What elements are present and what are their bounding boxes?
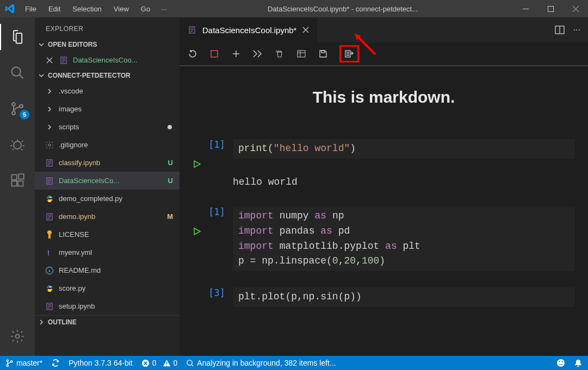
add-cell-icon[interactable] xyxy=(231,48,242,59)
analyzing-status[interactable]: Analyzing in background, 382 items left.… xyxy=(186,359,336,367)
editor-area: DataScienceIsCool.ipynb* ··· This is mar… xyxy=(180,17,588,356)
svg-rect-23 xyxy=(298,51,305,57)
file-item[interactable]: score.py xyxy=(35,279,180,297)
outline-section[interactable]: OUTLINE xyxy=(35,315,180,329)
file-name: setup.ipynb xyxy=(59,302,95,310)
file-icon xyxy=(45,212,54,222)
file-item[interactable]: LICENSE xyxy=(35,225,180,243)
file-name: DataScienceIsCo... xyxy=(59,177,119,185)
svg-point-28 xyxy=(11,361,13,362)
activity-extensions-icon[interactable] xyxy=(0,167,35,193)
folder-item[interactable]: images xyxy=(35,100,180,118)
svg-point-6 xyxy=(14,141,21,149)
svg-rect-1 xyxy=(548,6,553,11)
svg-point-31 xyxy=(557,359,565,367)
scm-badge: 5 xyxy=(20,110,29,120)
split-editor-icon[interactable] xyxy=(555,25,565,35)
save-icon[interactable] xyxy=(318,48,329,59)
code-input[interactable]: import numpy as npimport pandas as pdimp… xyxy=(233,206,575,272)
run-all-icon[interactable] xyxy=(252,48,263,59)
file-name: score.py xyxy=(59,284,85,292)
git-status: U xyxy=(168,159,173,167)
file-icon xyxy=(45,194,54,204)
file-item[interactable]: README.md xyxy=(35,261,180,279)
file-item[interactable]: demo_completed.py xyxy=(35,190,180,208)
file-icon xyxy=(45,176,54,186)
minimize-button[interactable] xyxy=(513,0,538,17)
exec-count: [3] xyxy=(193,287,225,298)
file-item[interactable]: demo.ipynbM xyxy=(35,208,180,225)
file-item[interactable]: classify.ipynbU xyxy=(35,154,180,172)
close-icon[interactable] xyxy=(45,55,54,65)
variables-icon[interactable] xyxy=(296,48,307,59)
folder-name: images xyxy=(59,105,82,113)
activity-explorer-icon[interactable] xyxy=(0,24,35,50)
svg-point-27 xyxy=(7,365,8,366)
close-button[interactable] xyxy=(563,0,588,17)
file-name: classify.ipynb xyxy=(59,159,100,167)
code-input[interactable]: print("hello world") xyxy=(233,139,575,159)
open-editors-section[interactable]: OPEN EDITORS xyxy=(35,38,180,51)
file-name: README.md xyxy=(59,266,101,274)
git-status: M xyxy=(167,212,173,221)
sidebar-title: EXPLORER xyxy=(35,17,180,38)
activity-settings-icon[interactable] xyxy=(0,323,35,349)
sync-icon[interactable] xyxy=(51,359,60,367)
markdown-cell[interactable]: This is markdown. xyxy=(180,88,588,106)
folder-item[interactable]: scripts xyxy=(35,118,180,136)
branch-name: master* xyxy=(16,359,42,367)
more-actions-icon[interactable]: ··· xyxy=(573,25,580,35)
file-icon xyxy=(45,158,54,168)
notebook-content[interactable]: This is markdown. [1]print("hello world"… xyxy=(180,66,588,356)
svg-point-5 xyxy=(20,104,23,108)
svg-point-4 xyxy=(12,111,15,115)
code-cell[interactable]: [3]plt.plot(p,np.sin(p)) xyxy=(180,287,588,323)
interrupt-kernel-icon[interactable] xyxy=(209,48,220,59)
python-env[interactable]: Python 3.7.3 64-bit xyxy=(69,359,133,367)
file-item[interactable]: .gitignore xyxy=(35,136,180,154)
code-cell[interactable]: [1]print("hello world")hello world xyxy=(180,139,588,206)
menu-selection[interactable]: Selection xyxy=(67,3,107,15)
tab-close-icon[interactable] xyxy=(302,26,310,34)
code-input[interactable]: plt.plot(p,np.sin(p)) xyxy=(233,287,575,307)
menu-file[interactable]: File xyxy=(20,3,42,15)
file-item[interactable]: DataScienceIsCo...U xyxy=(35,172,180,190)
file-item[interactable]: !myenv.yml xyxy=(35,243,180,261)
file-item[interactable]: setup.ipynb xyxy=(35,297,180,315)
file-icon xyxy=(45,302,54,311)
maximize-button[interactable] xyxy=(538,0,563,17)
tab-notebook[interactable]: DataScienceIsCool.ipynb* xyxy=(180,17,317,42)
problems[interactable]: 0 0 xyxy=(141,359,178,367)
run-cell-icon[interactable] xyxy=(193,227,225,236)
notifications-icon[interactable] xyxy=(574,359,583,367)
menu-view[interactable]: View xyxy=(108,3,134,15)
git-branch[interactable]: master* xyxy=(5,359,42,367)
svg-rect-0 xyxy=(523,9,529,9)
annotation-arrow-icon xyxy=(354,34,381,55)
menu-go[interactable]: Go xyxy=(135,3,156,15)
svg-point-32 xyxy=(559,361,560,362)
file-icon xyxy=(45,230,54,240)
svg-rect-22 xyxy=(211,51,218,57)
project-section[interactable]: CONNECT-PETDETECTOR xyxy=(35,69,180,82)
activity-debug-icon[interactable] xyxy=(0,131,35,158)
feedback-icon[interactable] xyxy=(556,359,565,367)
activity-search-icon[interactable] xyxy=(0,60,35,86)
activity-scm-icon[interactable]: 5 xyxy=(0,96,35,122)
restart-kernel-icon[interactable] xyxy=(187,48,198,59)
svg-rect-7 xyxy=(12,175,17,180)
svg-point-13 xyxy=(48,144,51,146)
file-name: demo_completed.py xyxy=(59,195,122,203)
folder-item[interactable]: .vscode xyxy=(35,82,180,100)
svg-point-33 xyxy=(562,361,563,362)
file-name: demo.ipynb xyxy=(59,212,95,221)
code-cell[interactable]: [1]import numpy as npimport pandas as pd… xyxy=(180,206,588,288)
open-editor-item[interactable]: DataScienceIsCoo... xyxy=(35,51,180,69)
menu-edit[interactable]: Edit xyxy=(43,3,66,15)
menu-overflow-icon[interactable]: ··· xyxy=(156,3,172,15)
tab-label: DataScienceIsCool.ipynb* xyxy=(202,26,296,35)
run-cell-icon[interactable] xyxy=(193,160,225,168)
clear-output-icon[interactable] xyxy=(274,48,285,59)
exec-count: [1] xyxy=(193,139,225,150)
project-label: CONNECT-PETDETECTOR xyxy=(48,72,131,79)
